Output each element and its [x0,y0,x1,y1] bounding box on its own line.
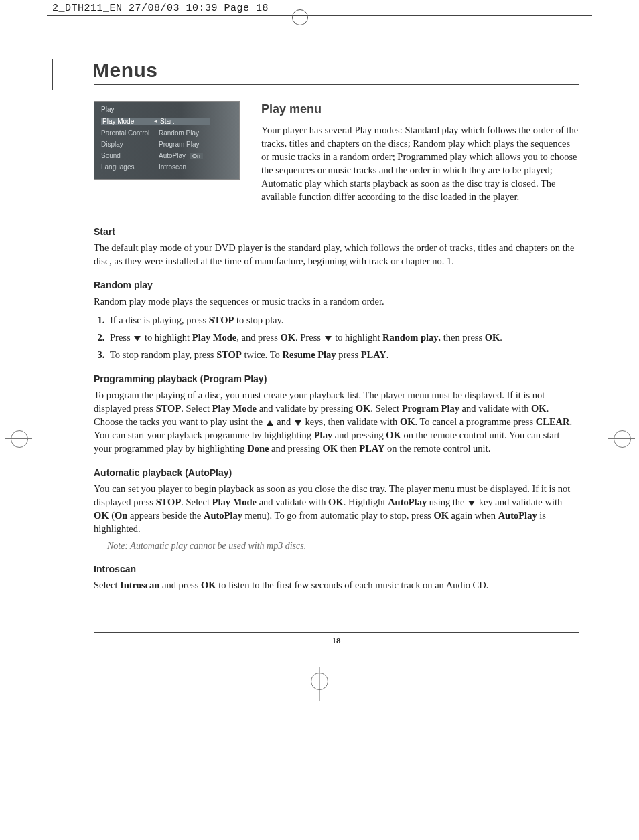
menu-right-item: Program Play [159,141,232,148]
down-arrow-icon [468,501,475,506]
page-number: 18 [94,635,579,646]
menu-left-item: Display [101,141,159,148]
section-heading-play-menu: Play menu [261,101,579,118]
menu-screenshot: Play Play Mode Start Parental Control Ra… [94,101,240,209]
crop-mark-icon [289,0,309,27]
margin-rule [52,59,53,90]
body-text: Your player has several Play modes: Stan… [261,123,579,203]
menu-left-item: Sound [101,152,159,159]
header-rule [47,15,592,16]
status-badge: On [190,153,203,159]
steps-list: If a disc is playing, press STOP to stop… [94,313,579,361]
print-header: 2_DTH211_EN 27/08/03 10:39 Page 18 [0,0,639,15]
menu-left-item: Parental Control [101,129,159,137]
body-text: The default play mode of your DVD player… [94,241,579,268]
step-item: Press to highlight Play Mode, and press … [107,331,579,344]
section-heading-random: Random play [94,280,579,290]
step-item: If a disc is playing, press STOP to stop… [107,313,579,327]
section-heading-start: Start [94,226,579,237]
page-title: Menus [92,59,579,82]
menu-right-item: Start [159,118,210,125]
title-rule [94,84,579,85]
up-arrow-icon [267,420,273,426]
footer-rule [94,632,579,633]
section-heading-program: Programming playback (Program Play) [94,373,579,384]
menu-left-item: Languages [101,163,159,171]
down-arrow-icon [325,336,332,341]
registration-mark-icon [0,659,639,713]
menu-left-item: Play Mode [101,118,159,125]
section-heading-introscan: Introscan [94,564,579,574]
menu-right-item: Introscan [159,163,232,171]
down-arrow-icon [134,336,141,341]
note-text: Note: Automatic play cannot be used with… [107,541,579,552]
menu-title: Play [101,106,232,113]
body-text: To program the playing of a disc, you mu… [94,388,579,455]
body-text: Random play mode plays the sequences or … [94,295,579,308]
down-arrow-icon [295,420,301,426]
section-heading-autoplay: Automatic playback (AutoPlay) [94,467,579,478]
body-text: Select Introscan and press OK to listen … [94,578,579,592]
step-item: To stop random play, press STOP twice. T… [107,348,579,361]
menu-right-item: Random Play [159,129,232,137]
body-text: You can set you player to begin playback… [94,482,579,535]
menu-right-item: AutoPlay [159,152,186,159]
